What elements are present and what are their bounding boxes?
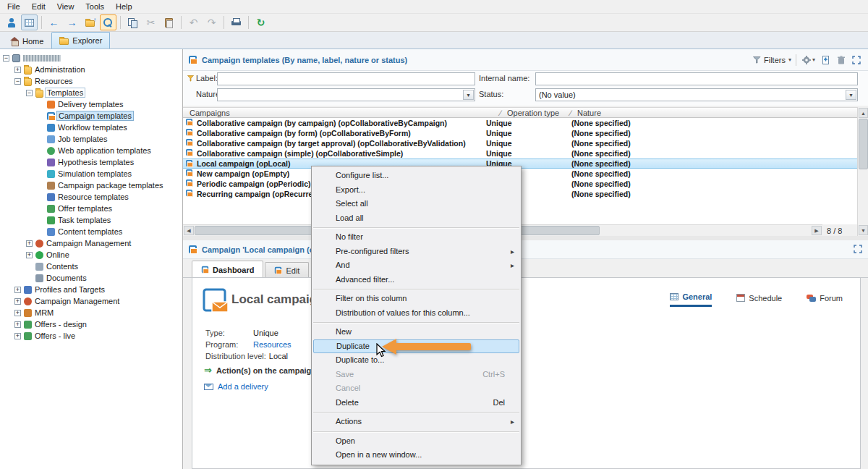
tab-schedule[interactable]: Schedule xyxy=(736,292,782,307)
context-menu-item-save[interactable]: SaveCtrl+S xyxy=(312,368,521,382)
tree-item-task-templates[interactable]: Task templates xyxy=(0,214,182,226)
context-menu-item-open[interactable]: Open xyxy=(312,434,521,449)
tree-item-templates[interactable]: −Templates xyxy=(0,87,182,98)
tree-item-contents[interactable]: Contents xyxy=(0,261,182,272)
label-input[interactable] xyxy=(217,72,475,85)
tree-item-offers-live[interactable]: +Offers - live xyxy=(0,330,182,342)
tab-edit[interactable]: Edit xyxy=(265,262,309,278)
context-menu-item-cancel[interactable]: Cancel xyxy=(312,381,521,396)
tree-item-resources[interactable]: −Resources xyxy=(0,75,182,87)
copy-button[interactable] xyxy=(124,14,141,30)
scroll-up-button[interactable]: ▲ xyxy=(859,108,868,118)
expand-icon[interactable]: + xyxy=(14,310,21,316)
context-menu-item-load-all[interactable]: Load all xyxy=(312,211,521,226)
delete-button[interactable] xyxy=(836,55,846,65)
context-menu-item-delete[interactable]: DeleteDel xyxy=(312,396,521,410)
expand-icon[interactable]: + xyxy=(14,321,21,328)
context-menu-item-advanced-filter[interactable]: Advanced filter... xyxy=(312,273,521,287)
tree-item-campaign-management[interactable]: +Campaign Management xyxy=(0,237,182,249)
expand-icon[interactable]: + xyxy=(26,240,33,247)
scroll-left-button[interactable]: ◀ xyxy=(184,226,194,235)
tree-item-content-templates[interactable]: Content templates xyxy=(0,226,182,237)
expand-icon[interactable]: + xyxy=(14,287,21,293)
tree-item-hypothesis-templates[interactable]: Hypothesis templates xyxy=(0,156,182,168)
menu-edit[interactable]: Edit xyxy=(26,1,51,12)
menu-tools[interactable]: Tools xyxy=(80,1,110,12)
context-menu-item-and[interactable]: And▸ xyxy=(312,258,521,273)
tree-item-campaign-templates[interactable]: Campaign templates xyxy=(0,110,182,122)
collapse-icon[interactable]: − xyxy=(14,78,21,85)
tree-item-delivery-templates[interactable]: Delivery templates xyxy=(0,98,182,110)
scroll-right-button[interactable]: ▶ xyxy=(812,226,822,235)
explorer-grid-button[interactable] xyxy=(21,14,38,30)
column-header-campaigns[interactable]: Campaigns xyxy=(190,109,230,117)
context-menu-item-filter-on-this-column[interactable]: Filter on this column xyxy=(312,292,521,306)
table-row-collaborative-campaign-by-target-approval-opcollaborativebyvalidation[interactable]: Collaborative campaign (by target approv… xyxy=(183,138,857,148)
tree-item-job-templates[interactable]: Job templates xyxy=(0,133,182,145)
cut-button[interactable]: ✂ xyxy=(142,14,159,30)
table-row-collaborative-campaign-by-campaign-opcollaborativebycampaign[interactable]: Collaborative campaign (by campaign) (op… xyxy=(183,118,857,128)
tab-home[interactable]: Home xyxy=(2,33,51,48)
tree-item-server-root[interactable]: − xyxy=(0,52,182,64)
paste-button[interactable] xyxy=(161,14,177,30)
undo-button[interactable]: ↶ xyxy=(185,14,202,30)
tab-general[interactable]: General xyxy=(670,292,712,307)
search-folder-button[interactable] xyxy=(100,14,116,30)
context-menu-item-configure-list[interactable]: Configure list... xyxy=(312,169,521,183)
tree-item-resource-templates[interactable]: Resource templates xyxy=(0,191,182,203)
redo-button[interactable]: ↷ xyxy=(203,14,220,30)
tree-item-profiles-and-targets[interactable]: +Profiles and Targets xyxy=(0,284,182,295)
tree-item-offers-design[interactable]: +Offers - design xyxy=(0,318,182,330)
tree-item-campaign-management[interactable]: +Campaign Management xyxy=(0,295,182,307)
new-document-button[interactable] xyxy=(821,55,832,65)
parent-folder-button[interactable] xyxy=(82,14,98,30)
scrollbar-thumb[interactable] xyxy=(859,119,868,169)
refresh-button[interactable]: ↻ xyxy=(252,14,269,30)
settings-gear-button[interactable]: ▾ xyxy=(801,55,817,65)
tree-item-administration[interactable]: +Administration xyxy=(0,64,182,75)
expand-icon[interactable]: + xyxy=(14,298,21,305)
expand-icon[interactable]: + xyxy=(26,252,33,258)
new-profile-button[interactable] xyxy=(3,14,20,30)
context-menu-item-new[interactable]: New xyxy=(312,325,521,339)
nature-select[interactable]: ▾ xyxy=(217,88,475,101)
field-value[interactable]: Resources xyxy=(253,340,292,349)
tree-item-campaign-package-templates[interactable]: Campaign package templates xyxy=(0,179,182,191)
tree-item-simulation-templates[interactable]: Simulation templates xyxy=(0,168,182,179)
context-menu-item-no-filter[interactable]: No filter xyxy=(312,230,521,245)
tab-forum[interactable]: Forum xyxy=(807,292,843,307)
status-select[interactable]: (No value) ▾ xyxy=(535,88,858,101)
add-delivery-link[interactable]: Add a delivery xyxy=(204,382,268,391)
table-row-collaborative-campaign-by-form-opcollaborativebyform[interactable]: Collaborative campaign (by form) (opColl… xyxy=(183,128,857,138)
table-row-collaborative-campaign-simple-opcollaborativesimple[interactable]: Collaborative campaign (simple) (opColla… xyxy=(183,148,857,159)
expand-icon[interactable]: + xyxy=(14,67,21,73)
context-menu-item-distribution-of-values-for-this-column[interactable]: Distribution of values for this column..… xyxy=(312,306,521,321)
collapse-icon[interactable]: − xyxy=(3,55,9,62)
filters-button[interactable]: Filters ▾ xyxy=(753,56,791,64)
column-header-nature[interactable]: Nature xyxy=(577,109,601,117)
tree-item-documents[interactable]: Documents xyxy=(0,272,182,284)
menu-view[interactable]: View xyxy=(51,1,80,12)
tree-item-offer-templates[interactable]: Offer templates xyxy=(0,203,182,214)
fullscreen-button[interactable] xyxy=(851,55,862,65)
back-button[interactable]: ← xyxy=(46,14,62,30)
context-menu-item-actions[interactable]: Actions▸ xyxy=(312,415,521,429)
detail-fullscreen-button[interactable] xyxy=(854,245,862,255)
tree-item-mrm[interactable]: +MRM xyxy=(0,307,182,318)
forward-button[interactable]: → xyxy=(64,14,80,30)
menu-file[interactable]: File xyxy=(1,1,26,12)
internal-name-input[interactable] xyxy=(535,72,858,85)
context-menu-item-duplicate-to[interactable]: Duplicate to... xyxy=(312,353,521,368)
collapse-icon[interactable]: − xyxy=(26,90,33,96)
context-menu-item-select-all[interactable]: Select all xyxy=(312,197,521,211)
scroll-down-button[interactable]: ▼ xyxy=(859,225,868,235)
print-button[interactable] xyxy=(228,14,244,30)
menu-help[interactable]: Help xyxy=(110,1,138,12)
tree-item-web-application-templates[interactable]: Web application templates xyxy=(0,145,182,156)
context-menu-item-open-in-a-new-window[interactable]: Open in a new window... xyxy=(312,448,521,462)
vertical-scrollbar[interactable]: ▲ ▼ xyxy=(857,107,868,236)
tree-item-workflow-templates[interactable]: Workflow templates xyxy=(0,122,182,133)
context-menu-item-pre-configured-filters[interactable]: Pre-configured filters▸ xyxy=(312,245,521,259)
tab-explorer[interactable]: Explorer xyxy=(51,32,110,48)
tab-dashboard[interactable]: Dashboard xyxy=(192,261,263,278)
